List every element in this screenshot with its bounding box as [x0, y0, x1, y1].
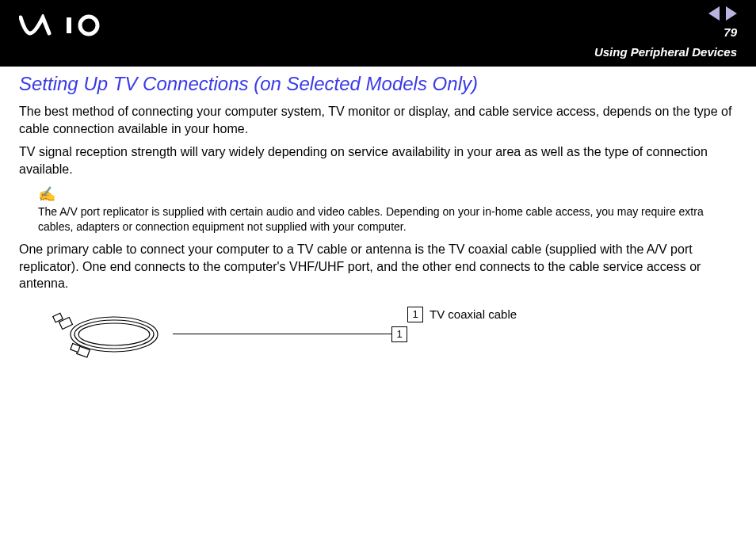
svg-point-3	[74, 320, 154, 349]
section-name: Using Peripheral Devices	[594, 45, 737, 59]
callout-leader-line	[173, 334, 391, 334]
legend-label-1: TV coaxial cable	[430, 307, 517, 321]
figure-illustration: 1	[19, 307, 407, 362]
svg-rect-0	[67, 17, 71, 33]
next-page-arrow-icon[interactable]	[726, 6, 737, 21]
note-block: ✍ The A/V port replicator is supplied wi…	[38, 185, 737, 235]
paragraph-2: TV signal reception strength will vary w…	[19, 143, 737, 177]
note-pencil-icon: ✍	[38, 185, 737, 203]
prev-page-arrow-icon[interactable]	[708, 6, 720, 21]
page-content: Setting Up TV Connections (on Selected M…	[0, 67, 756, 381]
page-number: 79	[724, 25, 737, 39]
paragraph-3: One primary cable to connect your comput…	[19, 241, 737, 292]
callout-box-1: 1	[391, 326, 407, 342]
svg-point-1	[80, 17, 97, 34]
page-title: Setting Up TV Connections (on Selected M…	[19, 73, 737, 95]
figure-row: 1 1 TV coaxial cable	[19, 307, 737, 362]
svg-point-4	[78, 323, 150, 345]
nav-arrows	[708, 6, 737, 21]
page-header: 79 Using Peripheral Devices	[0, 0, 756, 67]
svg-point-2	[71, 317, 158, 352]
coax-cable-icon	[51, 307, 170, 362]
figure-legend: 1 TV coaxial cable	[407, 307, 517, 322]
vaio-logo	[19, 14, 114, 40]
paragraph-1: The best method of connecting your compu…	[19, 103, 737, 137]
legend-box-1: 1	[407, 307, 423, 322]
note-text: The A/V port replicator is supplied with…	[38, 204, 737, 235]
